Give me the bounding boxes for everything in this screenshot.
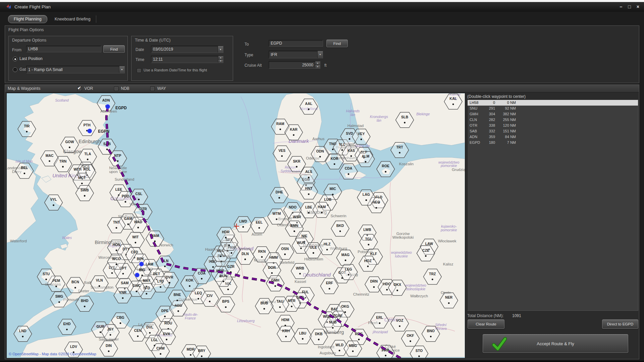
waypoint-brg: 332: [485, 128, 495, 134]
find-departure-button[interactable]: Find: [103, 45, 125, 53]
waypoint-dist: 92 NM: [495, 106, 516, 111]
layer-label: WAY: [157, 86, 166, 91]
cruise-alt-unit: ft: [324, 63, 327, 68]
last-position-label: Last Position: [19, 56, 43, 61]
waypoint-row[interactable]: EGPD1807 NM: [468, 140, 638, 145]
waypoint-brg: 180: [485, 140, 495, 145]
map-header-bar: Map & Waypoints VORNDBWAY: [5, 85, 639, 93]
group-title: Departure Options: [12, 38, 46, 43]
map-attribution: © OpenStreetMap - Map data ©2019 OpenStr…: [9, 352, 96, 356]
vor-marker[interactable]: EHD: [58, 319, 76, 335]
random-datetime-label: Use a Random Date/Time for this flight: [144, 68, 207, 72]
time-label: Time: [136, 57, 144, 62]
waypoint-list[interactable]: LH5800 NMSNU29192 NMGMH304382 NMCLN28225…: [467, 100, 638, 311]
airport-label: EGPD: [115, 106, 127, 110]
vor-marker[interactable]: ROE: [377, 162, 395, 177]
app-icon: [6, 4, 11, 10]
random-datetime-checkbox[interactable]: [137, 68, 141, 73]
waypoint-row[interactable]: GMH304382 NM: [468, 111, 638, 117]
waypoint-brg: 0: [485, 100, 495, 106]
waypoint-dist: 382 NM: [495, 111, 516, 117]
cruise-alt-spinner[interactable]: 25000 ▲▼: [269, 61, 320, 69]
airport-dot[interactable]: [88, 129, 92, 133]
waypoint-id: LH58: [468, 100, 485, 106]
clear-route-button[interactable]: Clear Route: [468, 319, 504, 329]
spinner-buttons[interactable]: ▲▼: [218, 56, 223, 63]
waypoint-row[interactable]: CLN282255 NM: [468, 117, 638, 123]
waypoint-row[interactable]: SAB332151 NM: [468, 128, 638, 134]
tab-flight-planning[interactable]: Flight Planning: [8, 15, 47, 23]
waypoint-row[interactable]: OTR338120 NM: [468, 123, 638, 128]
waypoint-dist: 84 NM: [495, 134, 516, 140]
waypoint-id: EGPD: [468, 140, 485, 145]
map[interactable]: ScotlandAberdeenEdinburghGlasgowNewcastl…: [6, 93, 465, 358]
departure-options-group: Departure Options From Find Last Positio…: [8, 36, 128, 81]
waypoint-brg: 359: [485, 134, 495, 140]
time-spinner[interactable]: 12:11 ▲▼: [151, 56, 223, 63]
to-label: To: [245, 42, 249, 47]
layer-label: NDB: [121, 86, 129, 91]
gate-select[interactable]: 1 - Ramp GA Small ▼: [26, 66, 125, 73]
group-title: Time & Date (UTC): [135, 38, 171, 43]
window-body: Flight PlanningKneeboard Briefing Flight…: [0, 12, 644, 361]
waypoint-id: GMH: [468, 111, 485, 117]
waypoint-row[interactable]: LH5800 NM: [468, 100, 638, 106]
waypoint-hint: (Double-click waypoint to center): [467, 94, 526, 99]
map-section-title: Map & Waypoints: [8, 86, 41, 91]
airport-dot[interactable]: [106, 105, 110, 109]
tab-kneeboard-briefing[interactable]: Kneeboard Briefing: [49, 15, 96, 23]
region-border: [241, 97, 261, 180]
map-canvas[interactable]: ScotlandAberdeenEdinburghGlasgowNewcastl…: [7, 93, 465, 358]
waypoint-brg: 291: [485, 106, 495, 111]
from-label: From: [12, 48, 21, 52]
gate-radio[interactable]: [13, 67, 17, 72]
minimize-button[interactable]: –: [620, 2, 623, 12]
chevron-down-icon[interactable]: ▼: [119, 66, 124, 73]
waypoint-row[interactable]: SNU29192 NM: [468, 106, 638, 111]
vor-marker[interactable]: BHD: [75, 296, 94, 311]
airport-dot[interactable]: [139, 262, 144, 266]
last-position-radio[interactable]: [13, 57, 17, 61]
layer-toggles: VORNDBWAY: [77, 86, 166, 91]
spinner-buttons[interactable]: ▲▼: [315, 61, 320, 68]
waypoint-brg: 282: [485, 117, 495, 123]
date-label: Date: [136, 47, 144, 52]
chevron-down-icon[interactable]: ▼: [218, 46, 223, 53]
way-checkbox[interactable]: [150, 86, 155, 91]
layer-toggle-vor[interactable]: VOR: [77, 86, 93, 91]
type-label: Type: [245, 53, 253, 57]
title-bar[interactable]: Create Flight Plan – □ ×: [0, 2, 644, 12]
waypoint-id: SAB: [468, 128, 485, 134]
waypoint-id: ADN: [468, 134, 485, 140]
maximize-button[interactable]: □: [628, 2, 631, 12]
waypoint-row[interactable]: ADN35984 NM: [468, 134, 638, 140]
close-button[interactable]: ×: [637, 2, 639, 12]
to-input[interactable]: [269, 40, 323, 47]
flight-plan-options-group: Flight Plan Options Departure Options Fr…: [5, 25, 639, 83]
waypoint-id: CLN: [468, 117, 485, 123]
window-title: Create Flight Plan: [14, 4, 51, 9]
waypoint-id: OTR: [468, 123, 485, 128]
total-distance-value: 1091: [512, 313, 521, 318]
find-destination-button[interactable]: Find: [326, 40, 348, 47]
date-picker[interactable]: 03/01/2019 ▼: [151, 46, 223, 53]
layer-toggle-ndb[interactable]: NDB: [114, 86, 129, 91]
waypoint-dist: 255 NM: [495, 117, 516, 123]
time-date-group: Time & Date (UTC) Date 03/01/2019 ▼ Time…: [131, 36, 233, 81]
waypoint-dist: 7 NM: [495, 140, 516, 145]
waypoint-dist: 120 NM: [495, 123, 516, 128]
ndb-checkbox[interactable]: [114, 86, 118, 91]
from-input[interactable]: [26, 46, 101, 52]
airport-dot[interactable]: [135, 273, 139, 277]
waypoint-dist: 151 NM: [495, 128, 516, 134]
tab-bar: Flight PlanningKneeboard Briefing: [8, 15, 98, 23]
chevron-down-icon[interactable]: ▼: [317, 51, 323, 58]
vor-marker[interactable]: LND: [14, 326, 32, 342]
map-waypoints-group: Map & Waypoints VORNDBWAY ScotlandAberde…: [5, 84, 639, 359]
direct-to-button[interactable]: Direct to EGPD: [602, 319, 638, 329]
type-select[interactable]: IFR ▼: [269, 51, 323, 58]
accept-route-fly-button[interactable]: Accept Route & Fly: [483, 334, 628, 353]
layer-toggle-way[interactable]: WAY: [150, 86, 166, 91]
green-check-icon: [492, 337, 507, 351]
vor-checkbox[interactable]: [77, 86, 82, 91]
